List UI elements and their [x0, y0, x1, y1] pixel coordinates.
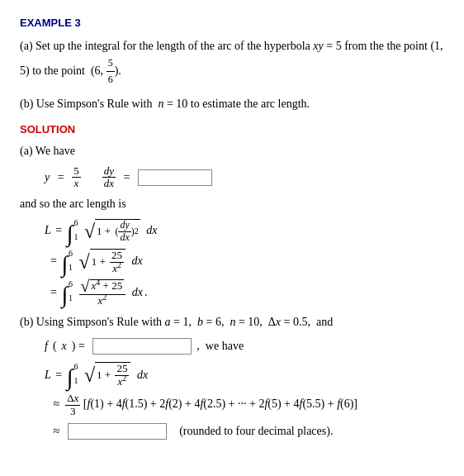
part-a-label: (a) We have — [20, 142, 444, 160]
integral-line-2: = ∫ 6 1 √ 1 + 25 x2 dx — [45, 247, 444, 276]
result-input[interactable] — [68, 423, 167, 440]
solution-title: SOLUTION — [20, 121, 444, 139]
y-equation: y = 5 x dy dx = — [45, 165, 444, 190]
dy-dx-input[interactable] — [138, 169, 212, 186]
part-b-description: (b) Use Simpson's Rule with n = 10 to es… — [20, 95, 444, 113]
integral-line-3: = ∫ 6 1 √ x4 + 25 x2 dx. — [45, 278, 444, 307]
arc-length-text: and so the arc length is — [20, 195, 444, 213]
part-a-description: (a) Set up the integral for the length o… — [20, 37, 444, 88]
fx-line: f(x) = , we have — [45, 337, 444, 355]
fx-input[interactable] — [92, 338, 192, 355]
integral-line-4: L = ∫ 6 1 √ 1 + 25 x2 dx — [45, 360, 444, 389]
example-title: EXAMPLE 3 — [20, 15, 444, 32]
approx-result-line: ≈ (rounded to four decimal places). — [45, 422, 444, 440]
integral-line-1: L = ∫ 6 1 √ 1 + (dydx)2 dx — [45, 217, 444, 245]
part-b-label: (b) Using Simpson's Rule with a = 1, b =… — [20, 313, 444, 331]
approx-line: ≈ Δx 3 [f(1) + 4f(1.5) + 2f(2) + 4f(2.5)… — [45, 393, 444, 417]
